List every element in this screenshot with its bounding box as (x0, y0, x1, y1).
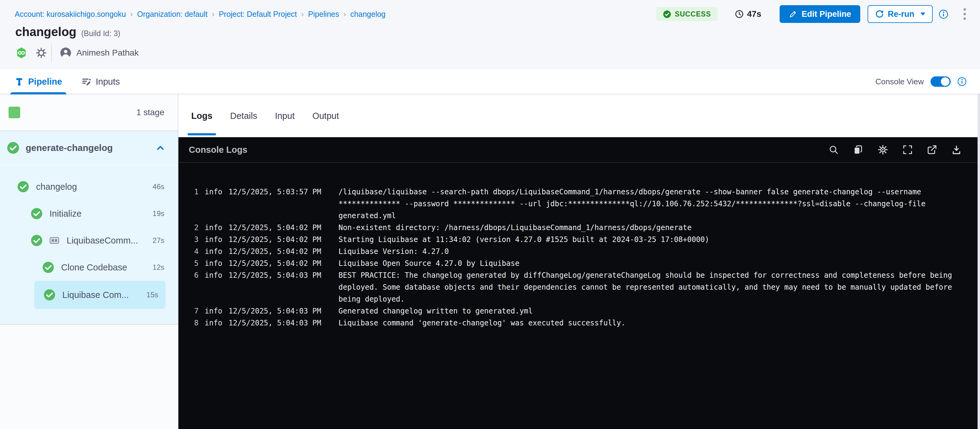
clock-icon (735, 10, 744, 19)
log-line-number: 2 (189, 222, 199, 234)
breadcrumb-separator: › (344, 10, 346, 19)
step-row-liquibase-command-selected[interactable]: Liquibase Com... 15s (34, 281, 165, 309)
step-duration: 46s (153, 182, 164, 191)
log-message: Liquibase Version: 4.27.0 (339, 246, 964, 258)
log-line-number: 6 (189, 270, 199, 305)
log-line-number: 8 (189, 317, 199, 329)
breadcrumb-separator: › (212, 10, 215, 19)
page-title: changelog (15, 25, 76, 39)
check-circle-icon (42, 261, 54, 273)
execution-type-icon (15, 47, 27, 59)
gear-icon[interactable] (35, 47, 47, 59)
log-level: info (205, 234, 223, 246)
more-options-icon[interactable] (962, 6, 968, 22)
console-log-lines[interactable]: 1 info 12/5/2025, 5:03:57 PM /liquibase/… (178, 163, 980, 329)
log-timestamp: 12/5/2025, 5:04:03 PM (229, 317, 332, 329)
rerun-button[interactable]: Re-run (867, 5, 933, 23)
stage-summary-row: 1 stage (0, 94, 178, 131)
tab-pipeline[interactable]: Pipeline (15, 69, 62, 94)
log-timestamp: 12/5/2025, 5:04:02 PM (229, 222, 332, 234)
log-level: info (205, 305, 223, 317)
breadcrumb-pipelines[interactable]: Pipelines (308, 10, 339, 19)
step-row-initialize[interactable]: Initialize 19s (0, 200, 178, 227)
settings-icon[interactable] (877, 144, 888, 155)
build-id: (Build Id: 3) (81, 29, 120, 38)
rerun-label: Re-run (888, 10, 914, 19)
step-duration: 12s (153, 263, 164, 272)
log-line: 1 info 12/5/2025, 5:03:57 PM /liquibase/… (189, 186, 964, 222)
header: Account: kurosakiichigo.songoku › Organi… (0, 0, 980, 69)
log-line: 5 info 12/5/2025, 5:04:02 PM Liquibase O… (189, 258, 964, 270)
log-message: Generated changelog written to generated… (339, 305, 964, 317)
author: Animesh Pathak (60, 47, 139, 59)
console-view-label: Console View (875, 77, 924, 86)
open-in-new-icon[interactable] (927, 145, 937, 155)
log-message: /liquibase/liquibase --search-path dbops… (339, 186, 964, 222)
step-row-changelog[interactable]: changelog 46s (0, 173, 178, 200)
stage-name: generate-changelog (25, 143, 113, 153)
log-line-number: 3 (189, 234, 199, 246)
step-duration: 27s (153, 236, 164, 245)
pipeline-icon (15, 77, 24, 86)
author-name: Animesh Pathak (76, 48, 139, 58)
log-message: BEST PRACTICE: The changelog generated b… (339, 270, 964, 305)
edit-pipeline-label: Edit Pipeline (802, 10, 851, 19)
check-circle-icon (30, 207, 43, 220)
divider (51, 43, 52, 62)
status-text: SUCCESS (675, 10, 711, 18)
log-level: info (205, 186, 223, 222)
log-line-number: 5 (189, 258, 199, 270)
tab-inputs[interactable]: Inputs (81, 69, 120, 94)
tab-pipeline-label: Pipeline (28, 77, 62, 87)
step-group-icon (49, 235, 60, 246)
console-view-toggle[interactable] (931, 77, 951, 87)
log-line: 6 info 12/5/2025, 5:04:03 PM BEST PRACTI… (189, 270, 964, 305)
tab-input[interactable]: Input (275, 94, 295, 137)
breadcrumb-project[interactable]: Project: Default Project (219, 10, 297, 19)
check-circle-icon (43, 289, 56, 301)
edit-pipeline-button[interactable]: Edit Pipeline (780, 5, 860, 23)
fullscreen-icon[interactable] (902, 145, 913, 155)
download-icon[interactable] (951, 145, 962, 155)
check-circle-icon (17, 180, 29, 193)
search-icon[interactable] (829, 145, 839, 155)
breadcrumb-account[interactable]: Account: kurosakiichigo.songoku (15, 10, 126, 19)
success-check-icon (663, 10, 671, 18)
log-level: info (205, 222, 223, 234)
breadcrumb-organization[interactable]: Organization: default (137, 10, 208, 19)
main-tabbar: Pipeline Inputs Console View (0, 69, 980, 94)
tab-output[interactable]: Output (312, 94, 339, 137)
step-label: changelog (36, 182, 77, 192)
stage-row-generate-changelog[interactable]: generate-changelog (0, 131, 178, 165)
step-row-liquibase-command-group[interactable]: LiquibaseComm... 27s (0, 227, 178, 254)
execution-sidebar: 1 stage generate-changelog (0, 94, 178, 429)
stage-status-square (8, 107, 20, 118)
chevron-up-icon[interactable] (155, 143, 165, 153)
log-line: 4 info 12/5/2025, 5:04:02 PM Liquibase V… (189, 246, 964, 258)
log-timestamp: 12/5/2025, 5:04:02 PM (229, 258, 332, 270)
check-circle-icon (30, 234, 43, 247)
stage-tree: generate-changelog changelog 46s (0, 131, 178, 325)
breadcrumb-changelog[interactable]: changelog (350, 10, 385, 19)
tab-logs[interactable]: Logs (191, 94, 212, 137)
log-level: info (205, 317, 223, 329)
status-badge: SUCCESS (656, 7, 718, 21)
tab-details[interactable]: Details (230, 94, 257, 137)
copy-icon[interactable] (853, 145, 863, 155)
avatar-icon (60, 47, 72, 59)
log-message: Non-existent directory: /harness/dbops/L… (339, 222, 964, 234)
log-level: info (205, 270, 223, 305)
step-detail-tabs: Logs Details Input Output (178, 94, 980, 137)
log-line: 8 info 12/5/2025, 5:04:03 PM Liquibase c… (189, 317, 964, 329)
log-message: Liquibase Open Source 4.27.0 by Liquibas… (339, 258, 964, 270)
log-level: info (205, 258, 223, 270)
log-message: Liquibase command 'generate-changelog' w… (339, 317, 964, 329)
rerun-icon (875, 10, 884, 19)
scrollbar[interactable] (978, 94, 980, 429)
log-line-number: 7 (189, 305, 199, 317)
info-icon[interactable] (939, 10, 948, 19)
console-header: Console Logs (178, 137, 980, 163)
step-row-clone-codebase[interactable]: Clone Codebase 12s (0, 254, 178, 281)
duration-chip: 47s (735, 9, 761, 19)
console-view-info-icon[interactable] (958, 77, 967, 86)
